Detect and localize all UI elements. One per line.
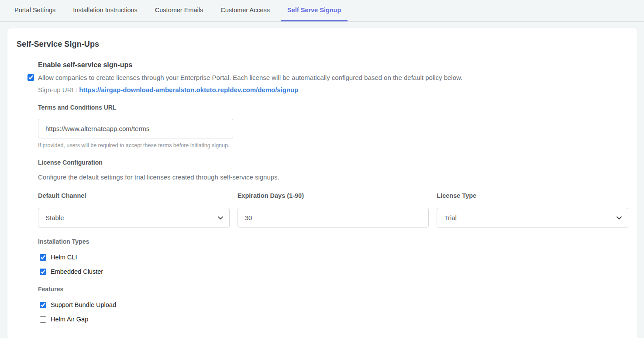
tab-self-serve-signup[interactable]: Self Serve Signup <box>281 0 348 21</box>
feature-row: Support Bundle Upload <box>40 301 628 308</box>
helm-air-gap-checkbox[interactable] <box>40 316 46 323</box>
tab-bar: Portal Settings Installation Instruction… <box>0 0 644 22</box>
terms-help-text: If provided, users will be required to a… <box>38 142 628 148</box>
license-type-label: License Type <box>437 192 628 199</box>
features-label: Features <box>38 286 628 293</box>
embedded-cluster-label[interactable]: Embedded Cluster <box>51 268 103 275</box>
default-channel-label: Default Channel <box>38 192 230 199</box>
tab-customer-emails[interactable]: Customer Emails <box>148 0 210 21</box>
expiration-days-field: Expiration Days (1-90) <box>238 192 429 228</box>
enable-signups-checkbox[interactable] <box>28 74 34 81</box>
self-serve-signup-panel: Self-Service Sign-Ups Enable self-servic… <box>7 28 638 338</box>
helm-air-gap-label[interactable]: Helm Air Gap <box>51 316 88 323</box>
terms-block: Terms and Conditions URL If provided, us… <box>38 104 628 148</box>
embedded-cluster-checkbox[interactable] <box>40 269 46 275</box>
installation-type-row: Embedded Cluster <box>40 268 628 275</box>
signup-url-link[interactable]: https://airgap-download-amberalston.okte… <box>79 86 298 93</box>
license-type-select[interactable]: Trial <box>437 208 628 228</box>
tab-installation-instructions[interactable]: Installation Instructions <box>66 0 144 21</box>
default-channel-field: Default Channel Stable <box>38 192 230 228</box>
tab-portal-settings[interactable]: Portal Settings <box>8 0 62 21</box>
helm-cli-label[interactable]: Helm CLI <box>51 254 77 261</box>
license-configuration-description: Configure the default settings for trial… <box>38 173 628 181</box>
page-title: Self-Service Sign-Ups <box>17 40 628 49</box>
terms-url-input[interactable] <box>38 119 233 138</box>
tab-customer-access[interactable]: Customer Access <box>214 0 276 21</box>
license-type-field: License Type Trial <box>437 192 628 228</box>
helm-cli-checkbox[interactable] <box>40 254 46 261</box>
default-channel-select[interactable]: Stable <box>38 208 230 228</box>
enable-description: Allow companies to create licenses throu… <box>38 73 462 82</box>
terms-url-label: Terms and Conditions URL <box>38 104 628 111</box>
features-block: Features <box>38 286 628 293</box>
license-configuration-label: License Configuration <box>38 159 628 166</box>
installation-types-label: Installation Types <box>38 238 628 245</box>
expiration-days-label: Expiration Days (1-90) <box>238 192 429 199</box>
features-options: Support Bundle Upload Helm Air Gap <box>40 301 628 323</box>
installation-types-block: Installation Types <box>38 238 628 245</box>
signup-url-label: Sign-up URL: <box>38 86 77 93</box>
support-bundle-upload-label[interactable]: Support Bundle Upload <box>51 301 116 308</box>
license-configuration-block: License Configuration Configure the defa… <box>38 159 628 181</box>
support-bundle-upload-checkbox[interactable] <box>40 302 46 308</box>
installation-types-options: Helm CLI Embedded Cluster <box>40 254 628 275</box>
installation-type-row: Helm CLI <box>40 254 628 261</box>
feature-row: Helm Air Gap <box>40 316 628 323</box>
license-fields-row: Default Channel Stable Expiration Days (… <box>38 192 628 228</box>
enable-heading: Enable self-service sign-ups <box>38 61 628 69</box>
enable-section: Enable self-service sign-ups Allow compa… <box>17 61 628 323</box>
expiration-days-input[interactable] <box>238 208 429 228</box>
